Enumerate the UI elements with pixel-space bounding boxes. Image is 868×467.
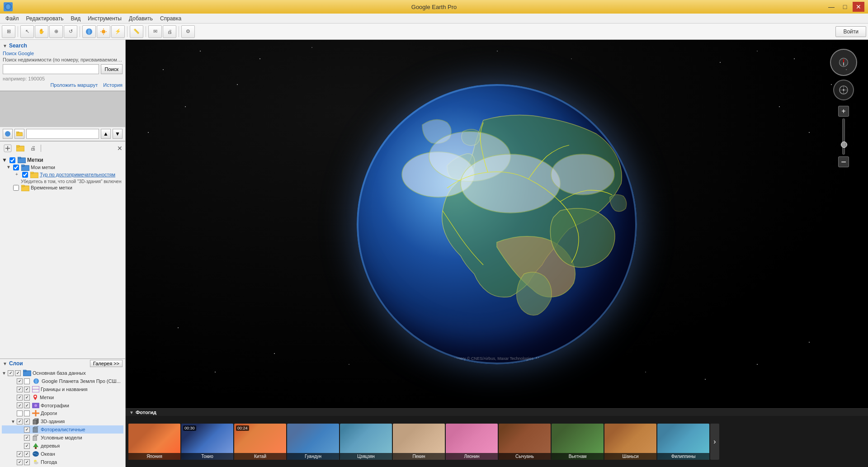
- maindb-cb[interactable]: [8, 370, 14, 376]
- toolbar-print-btn[interactable]: 🖨: [163, 25, 176, 38]
- search-button[interactable]: Поиск: [101, 64, 123, 74]
- layers-title[interactable]: Слои: [9, 360, 23, 367]
- zoom-in-btn[interactable]: +: [838, 106, 849, 117]
- photos-cb2[interactable]: [24, 402, 30, 408]
- toolbar-lightning-btn[interactable]: ⚡: [111, 25, 125, 38]
- history-link[interactable]: История: [103, 82, 123, 88]
- search-section: ▼ Search Поиск Google Поиск недвижимости…: [0, 40, 125, 91]
- menu-help[interactable]: Справка: [156, 14, 185, 23]
- my-places-cb[interactable]: [13, 165, 19, 170]
- toolbar-settings-btn[interactable]: ⚙: [181, 25, 195, 38]
- menu-view[interactable]: Вид: [67, 14, 84, 23]
- thumb-токио[interactable]: 00:30Токио: [181, 424, 233, 460]
- places-close-btn[interactable]: ✕: [117, 145, 123, 152]
- thumb-ляонин[interactable]: Ляонин: [446, 424, 498, 460]
- 3d-label: 3D-здания: [41, 419, 65, 424]
- search-nav: ▲ ▼: [0, 127, 125, 141]
- places-l-cb[interactable]: [17, 395, 23, 401]
- toolbar-ruler-btn[interactable]: 📏: [130, 25, 143, 38]
- ocean-label: Океан: [41, 451, 55, 457]
- places-l-cb2[interactable]: [24, 395, 30, 401]
- nav-folder-btn[interactable]: [14, 129, 24, 139]
- nav-down-btn[interactable]: ▼: [113, 129, 123, 139]
- thumb-цзяцзян[interactable]: Цзяцзян: [340, 424, 392, 460]
- thumb-китай[interactable]: 00:24Китай: [234, 424, 286, 460]
- ge-cb[interactable]: [17, 378, 23, 384]
- tour-label[interactable]: Тур по достопримечательностям: [40, 172, 115, 177]
- zoom-out-btn[interactable]: −: [838, 156, 849, 167]
- zoom-track[interactable]: [842, 118, 845, 155]
- maindb-expand[interactable]: ▼: [2, 371, 6, 376]
- toolbar-email-btn[interactable]: ✉: [148, 25, 162, 38]
- search-input[interactable]: [3, 64, 99, 74]
- minimize-button[interactable]: —: [826, 2, 837, 12]
- menu-add[interactable]: Добавить: [125, 14, 156, 23]
- menu-file[interactable]: Файл: [2, 14, 23, 23]
- 3d-cb[interactable]: [17, 419, 23, 425]
- maindb-cb2[interactable]: [15, 370, 21, 376]
- places-cb[interactable]: [9, 157, 15, 163]
- places-folder-btn[interactable]: [15, 143, 25, 153]
- menu-tools[interactable]: Инструменты: [84, 14, 125, 23]
- thumb-филиппины[interactable]: Филиппины: [657, 424, 709, 460]
- toolbar-zoom-btn[interactable]: ⊕: [49, 25, 63, 38]
- places-tree: ▼ Метки ▼ Мои метки + Тур по достопримеч…: [0, 155, 125, 359]
- thumb-шаньси[interactable]: Шаньси: [604, 424, 656, 460]
- zoom-thumb[interactable]: [841, 142, 847, 148]
- photos-cb[interactable]: [17, 402, 23, 408]
- pr-cb[interactable]: [24, 427, 30, 433]
- google-search-link[interactable]: Поиск Google: [3, 51, 34, 56]
- close-button[interactable]: ✕: [853, 2, 864, 12]
- thumb-сычуань[interactable]: Сычуань: [499, 424, 551, 460]
- 3d-cb2[interactable]: [24, 419, 30, 425]
- toolbar-cursor-btn[interactable]: ↖: [20, 25, 34, 38]
- thumb-вьетнам[interactable]: Вьетнам: [552, 424, 604, 460]
- svg-rect-18: [21, 165, 24, 166]
- weather-cb[interactable]: [17, 459, 23, 465]
- toolbar-pan-btn[interactable]: ✋: [35, 25, 48, 38]
- thumb-япония[interactable]: Япония: [128, 424, 180, 460]
- roads-cb2[interactable]: [24, 410, 30, 416]
- search-header[interactable]: ▼ Search: [3, 42, 123, 50]
- toolbar-earth-btn[interactable]: [82, 25, 96, 38]
- toolbar-grid-btn[interactable]: ⊞: [2, 25, 15, 38]
- thumb-гуандун[interactable]: Гуандун: [287, 424, 339, 460]
- gallery-button[interactable]: Галерея >>: [90, 360, 123, 367]
- borders-cb2[interactable]: [24, 387, 30, 392]
- weather-cb2[interactable]: [24, 459, 30, 465]
- menu-edit[interactable]: Редактировать: [23, 14, 67, 23]
- tour-cb[interactable]: [22, 172, 28, 178]
- toolbar-sun-btn[interactable]: [97, 25, 110, 38]
- maindb-label: Основная база данных: [33, 370, 86, 376]
- globe-area[interactable]: © 2024 Google Imagery © CNES/Airbus, Max…: [126, 40, 868, 408]
- my-places-item[interactable]: ▼ Мои метки: [2, 164, 123, 171]
- borders-cb[interactable]: [17, 387, 23, 392]
- roads-cb[interactable]: [17, 410, 23, 416]
- places-add-btn[interactable]: [3, 143, 13, 153]
- nav-search-input[interactable]: [26, 129, 99, 139]
- cond-cb[interactable]: [24, 435, 30, 441]
- trees-cb[interactable]: [24, 443, 30, 449]
- nav-globe-btn[interactable]: [3, 129, 13, 139]
- nav-up-btn[interactable]: ▲: [101, 129, 111, 139]
- thumb-пекин[interactable]: Пекин: [393, 424, 445, 460]
- nav-tilt-btn[interactable]: [833, 80, 854, 100]
- ocean-cb2[interactable]: [24, 451, 30, 457]
- globe[interactable]: © 2024 Google Imagery © CNES/Airbus, Max…: [357, 84, 637, 364]
- fotogid-next-btn[interactable]: ›: [710, 424, 719, 460]
- maximize-button[interactable]: □: [839, 2, 851, 12]
- places-section-title[interactable]: ▼ Метки: [2, 156, 123, 164]
- login-button[interactable]: Войти: [835, 26, 866, 37]
- compass-ring[interactable]: [830, 49, 857, 76]
- toolbar-rotate-btn[interactable]: ↺: [64, 25, 77, 38]
- route-link[interactable]: Проложить маршрут: [50, 82, 98, 88]
- ocean-cb[interactable]: [17, 451, 23, 457]
- my-places-expand[interactable]: ▼: [6, 165, 11, 170]
- tour-item[interactable]: + Тур по достопримечательностям: [2, 171, 123, 179]
- search-realty-link[interactable]: Поиск недвижимости (по номеру, присваива…: [3, 57, 123, 62]
- ge-cb2[interactable]: [24, 378, 30, 384]
- temp-places-item[interactable]: Временные метки: [2, 184, 123, 192]
- temp-places-cb[interactable]: [13, 185, 19, 191]
- places-print-btn[interactable]: 🖨: [28, 143, 38, 153]
- 3d-expand[interactable]: ▼: [11, 419, 15, 424]
